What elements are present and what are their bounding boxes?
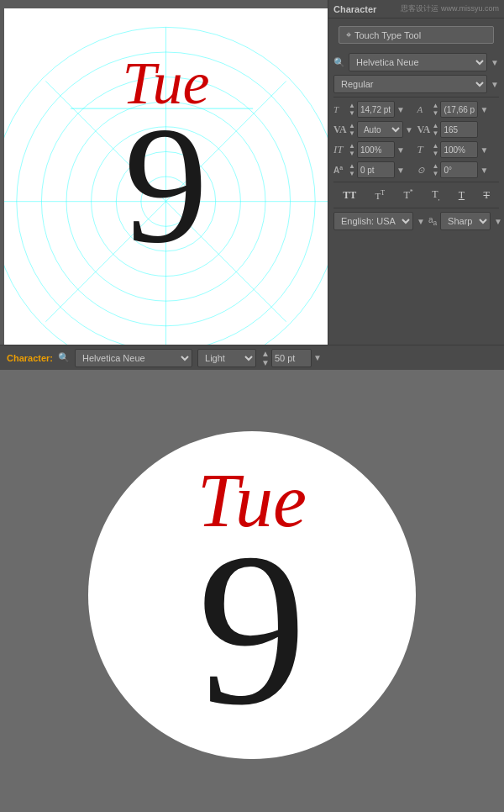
kern-up-icon: ▲▼ [349, 122, 355, 137]
kern-chevron-icon: ▼ [405, 125, 413, 134]
bold-tt-button[interactable]: TT [340, 188, 359, 203]
vertical-scale-label: IT [333, 143, 347, 156]
divider-2 [333, 182, 499, 182]
panel-title: Character [333, 4, 376, 14]
size-chevron-icon: ▼ [396, 105, 405, 114]
strikethrough-button[interactable]: T [480, 188, 491, 203]
leading-chevron-icon: ▼ [480, 105, 488, 114]
tracking-input[interactable] [440, 121, 478, 138]
horizontal-scale-label: T [417, 143, 431, 156]
language-row: English: USA ▼ aa Sharp ▼ [328, 210, 504, 232]
preview-9-text: 9 [197, 530, 307, 727]
main-preview-area: Tue 9 [0, 370, 504, 812]
subscript-button[interactable]: T, [429, 187, 442, 203]
baseline-chevron-icon: ▼ [396, 166, 405, 175]
char-bar-size-field: ▲▼ ▼ [261, 349, 322, 367]
baseline-up-icon: ▲▼ [349, 162, 355, 177]
character-bar: Character: 🔍 Helvetica Neue Light ▲▼ ▼ [0, 345, 504, 370]
font-size-field: T ▲▼ ▼ [333, 101, 416, 118]
rot-chevron-icon: ▼ [480, 166, 488, 175]
size-leading-row: T ▲▼ ▼ A ▲▼ ▼ [328, 99, 504, 119]
small-caps-button[interactable]: TT [373, 188, 388, 202]
font-family-row: 🔍 Helvetica Neue ▼ [328, 51, 504, 73]
rotation-field: ⊙ ▲▼ ▼ [417, 161, 500, 178]
baseline-rotation-row: Aa ▲▼ ▼ ⊙ ▲▼ ▼ [328, 160, 504, 180]
leading-input[interactable] [440, 101, 478, 118]
rotation-label: ⊙ [417, 165, 431, 176]
panel-header: Character 思客设计运 www.missyu.com [328, 0, 504, 18]
leading-up-icon: ▲▼ [433, 102, 439, 117]
divider-3 [333, 208, 499, 208]
touch-type-button[interactable]: ⌖ Touch Type Tool [339, 26, 494, 44]
font-size-label: T [333, 104, 347, 114]
chevron-down-icon: ▼ [491, 58, 499, 67]
search-icon: 🔍 [333, 57, 345, 68]
char-bar-label: Character: [7, 353, 53, 363]
vscale-up-icon: ▲▼ [349, 142, 355, 157]
vertical-scale-input[interactable] [357, 141, 395, 158]
size-up-icon: ▲▼ [349, 102, 355, 117]
horizontal-scale-input[interactable] [440, 141, 478, 158]
touch-type-label: Touch Type Tool [354, 30, 421, 40]
baseline-input[interactable] [357, 161, 395, 178]
font-style-row: Regular ▼ [328, 73, 504, 95]
vscale-chevron-icon: ▼ [396, 145, 405, 155]
kerning-field: VA ▲▼ Auto ▼ [333, 121, 416, 138]
touch-type-icon: ⌖ [346, 29, 351, 40]
hscale-chevron-icon: ▼ [480, 145, 488, 155]
rot-up-icon: ▲▼ [433, 162, 439, 177]
kerning-label: VA [333, 124, 347, 136]
font-style-select[interactable]: Regular [333, 75, 487, 93]
rotation-input[interactable] [440, 161, 478, 178]
antialiasing-label: aa [428, 215, 437, 227]
baseline-label: Aa [333, 165, 347, 175]
horizontal-scale-field: T ▲▼ ▼ [417, 141, 500, 158]
hscale-up-icon: ▲▼ [433, 142, 439, 157]
kerning-select[interactable]: Auto [357, 121, 403, 138]
aa-chevron-icon: ▼ [494, 217, 502, 226]
leading-field: A ▲▼ ▼ [417, 101, 500, 118]
style-chevron-icon: ▼ [491, 80, 499, 89]
char-bar-size-input[interactable] [271, 349, 312, 367]
watermark: 思客设计运 www.missyu.com [401, 3, 499, 14]
canvas-area: Tue 9 [4, 8, 328, 353]
canvas-9-text: 9 [124, 101, 208, 269]
tracking-label: VA [417, 124, 431, 136]
baseline-shift-field: Aa ▲▼ ▼ [333, 161, 416, 178]
character-panel: Character 思客设计运 www.missyu.com ⌖ Touch T… [328, 0, 504, 361]
size-arrow-icon: ▲▼ [261, 349, 270, 367]
underline-button[interactable]: T [456, 188, 467, 203]
antialiasing-select[interactable]: Sharp [440, 212, 491, 230]
scale-row: IT ▲▼ ▼ T ▲▼ ▼ [328, 140, 504, 160]
language-select[interactable]: English: USA [333, 212, 413, 230]
font-family-select[interactable]: Helvetica Neue [349, 53, 487, 71]
char-bar-style-select[interactable]: Light [197, 349, 256, 367]
divider-1 [333, 97, 499, 98]
track-up-icon: ▲▼ [433, 122, 439, 137]
lang-chevron-icon: ▼ [417, 217, 425, 226]
kerning-row: VA ▲▼ Auto ▼ VA ▲▼ [328, 119, 504, 140]
text-style-row: TT TT T* T, T T [328, 184, 504, 206]
preview-circle: Tue 9 [88, 431, 416, 759]
char-bar-chevron-icon: ▼ [313, 353, 322, 362]
char-search-icon: 🔍 [58, 352, 70, 363]
tracking-field: VA ▲▼ [417, 121, 500, 138]
leading-label: A [417, 104, 431, 114]
vertical-scale-field: IT ▲▼ ▼ [333, 141, 416, 158]
font-size-input[interactable] [357, 101, 395, 118]
char-bar-font-select[interactable]: Helvetica Neue [75, 349, 192, 367]
superscript-button[interactable]: T* [401, 187, 415, 203]
